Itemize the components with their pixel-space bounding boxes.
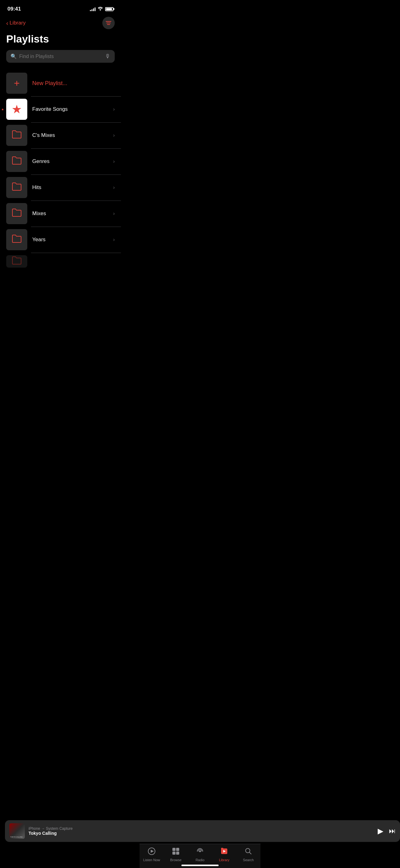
list-item[interactable]: Hits › <box>0 175 121 200</box>
playlist-list: + New Playlist... ★ ★ Favorite Songs › C… <box>0 70 121 270</box>
playlist-name: Hits <box>32 184 108 191</box>
list-item[interactable]: Genres › <box>0 148 121 175</box>
folder-icon <box>11 182 22 193</box>
list-item <box>0 253 121 270</box>
list-item[interactable]: ★ ★ Favorite Songs › <box>0 96 121 122</box>
chevron-right-icon: › <box>113 106 115 112</box>
filter-button[interactable] <box>102 17 115 29</box>
playlist-thumbnail <box>6 255 27 268</box>
chevron-right-icon: › <box>113 237 115 243</box>
folder-icon <box>11 256 22 267</box>
playlist-thumbnail <box>6 203 27 224</box>
page-title: Playlists <box>0 32 121 50</box>
status-time: 09:41 <box>7 6 21 12</box>
playlist-name: New Playlist... <box>32 80 115 87</box>
playlist-name: Mixes <box>32 211 108 217</box>
playlist-thumbnail: + <box>6 73 27 94</box>
status-icons <box>90 6 113 11</box>
back-label: Library <box>10 20 26 26</box>
star-badge-icon: ★ <box>1 108 4 111</box>
playlist-thumbnail <box>6 177 27 198</box>
plus-icon: + <box>14 78 20 88</box>
search-input[interactable] <box>19 54 102 59</box>
playlist-name: C's Mixes <box>32 132 108 138</box>
chevron-right-icon: › <box>113 211 115 216</box>
chevron-right-icon: › <box>113 185 115 190</box>
playlist-name: Genres <box>32 158 108 164</box>
folder-icon <box>11 156 22 167</box>
star-icon: ★ <box>11 102 22 116</box>
battery-icon <box>105 7 113 11</box>
back-button[interactable]: ‹ Library <box>6 20 26 26</box>
chevron-right-icon: › <box>113 132 115 138</box>
list-item[interactable]: Mixes › <box>0 200 121 227</box>
playlist-name: Favorite Songs <box>32 106 108 113</box>
chevron-right-icon: › <box>113 159 115 164</box>
status-bar: 09:41 <box>0 0 121 16</box>
wifi-icon <box>98 6 103 11</box>
folder-icon <box>11 235 22 245</box>
list-item[interactable]: C's Mixes › <box>0 122 121 148</box>
folder-icon <box>11 130 22 141</box>
playlist-thumbnail <box>6 151 27 172</box>
filter-icon <box>105 21 112 26</box>
nav-header: ‹ Library <box>0 16 121 32</box>
back-chevron-icon: ‹ <box>6 20 8 26</box>
playlist-thumbnail: ★ <box>6 99 27 120</box>
playlist-thumbnail <box>6 229 27 250</box>
signal-icon <box>90 7 96 11</box>
list-item[interactable]: + New Playlist... <box>0 70 121 96</box>
search-icon: 🔍 <box>10 53 17 59</box>
folder-icon <box>11 208 22 219</box>
playlist-thumbnail <box>6 125 27 146</box>
mic-icon[interactable]: 🎙 <box>105 53 110 60</box>
search-bar[interactable]: 🔍 🎙 <box>6 50 115 63</box>
playlist-name: Years <box>32 237 108 243</box>
list-item[interactable]: Years › <box>0 227 121 253</box>
